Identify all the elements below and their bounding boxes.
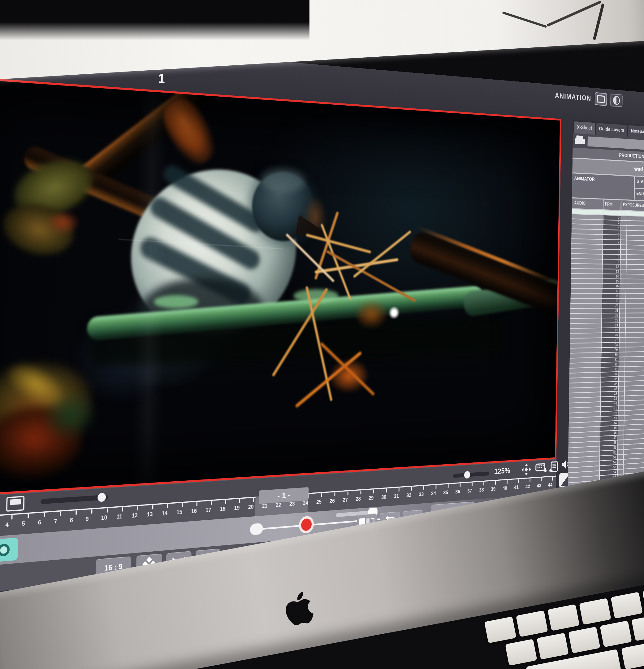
ruler-tick[interactable]: 9 bbox=[84, 509, 100, 529]
exposure-cell bbox=[627, 245, 644, 250]
animator-label[interactable]: ANIMATOR bbox=[572, 173, 635, 200]
ruler-tick[interactable]: 14 bbox=[160, 503, 175, 523]
ruler-tick[interactable]: 12 bbox=[130, 506, 145, 525]
capture-frame-value: 1 bbox=[158, 71, 165, 86]
ruler-tick[interactable]: 28 bbox=[354, 490, 367, 508]
video-camera-icon[interactable] bbox=[0, 538, 18, 563]
exposure-marker-cell bbox=[618, 450, 624, 454]
exposure-cell bbox=[626, 294, 644, 298]
production-value[interactable]: wad bbox=[572, 159, 644, 176]
ruler-tick[interactable]: 27 bbox=[341, 491, 354, 509]
audio-cell bbox=[569, 397, 601, 403]
camera-viewport[interactable] bbox=[0, 76, 561, 497]
xsheet-row[interactable]: 16 bbox=[571, 284, 644, 289]
exposure-marker-cell bbox=[621, 240, 627, 245]
audio-cell bbox=[571, 234, 603, 239]
ruler-tick[interactable]: 30 bbox=[380, 488, 393, 506]
exposure-cell bbox=[626, 318, 644, 323]
ruler-tick[interactable]: 10 bbox=[99, 508, 115, 528]
viewport-zoom-slider[interactable] bbox=[453, 471, 489, 478]
ruler-tick[interactable]: 37 bbox=[466, 482, 478, 499]
xsheet-row[interactable]: 18 bbox=[570, 294, 644, 299]
ruler-tick[interactable]: 35 bbox=[442, 484, 454, 501]
print-icon[interactable] bbox=[575, 136, 585, 146]
mask-opacity-slider[interactable] bbox=[41, 495, 108, 504]
record-button[interactable] bbox=[299, 516, 314, 534]
aspect-mask-filled-icon[interactable] bbox=[6, 496, 25, 512]
exposure-marker-cell bbox=[621, 245, 627, 249]
ruler-tick[interactable]: 6 bbox=[36, 512, 52, 532]
exposure-cell bbox=[626, 347, 644, 352]
ruler-tick[interactable]: 31 bbox=[392, 487, 405, 505]
ruler-tick[interactable]: 11 bbox=[115, 507, 130, 527]
ruler-tick[interactable]: 5 bbox=[20, 513, 36, 533]
ruler-tick[interactable]: 36 bbox=[454, 483, 466, 500]
ruler-tick[interactable]: 25 bbox=[315, 493, 328, 511]
ruler-tick[interactable]: 17 bbox=[204, 500, 219, 520]
exposure-marker-cell bbox=[618, 469, 624, 474]
record-slider-handle[interactable] bbox=[250, 523, 263, 535]
audio-cell bbox=[572, 224, 603, 229]
scene-vignette bbox=[0, 79, 560, 495]
frame-number-cell: 30 bbox=[601, 353, 619, 357]
frame-number-cell: 8 bbox=[603, 245, 621, 249]
audio-cell bbox=[570, 348, 602, 353]
ruler-tick[interactable]: 15 bbox=[175, 502, 190, 522]
exposure-marker-cell bbox=[621, 250, 627, 254]
exposure-marker-cell bbox=[618, 421, 624, 425]
exposure-cell bbox=[626, 332, 644, 337]
start-frame-label[interactable]: START FRAME: bbox=[635, 176, 644, 190]
exposure-marker-cell bbox=[619, 362, 625, 366]
pan-view-icon[interactable] bbox=[521, 463, 532, 476]
ruler-tick[interactable]: 39 bbox=[489, 480, 501, 498]
audio-cell bbox=[571, 239, 603, 244]
ruler-tick-number: 33 bbox=[419, 491, 424, 498]
ruler-tick[interactable]: 40 bbox=[501, 480, 513, 497]
ruler-tick[interactable]: 13 bbox=[145, 504, 160, 524]
ruler-tick[interactable]: 8 bbox=[68, 510, 84, 530]
frame-number-cell: 22 bbox=[602, 313, 620, 318]
xsheet-row[interactable]: 22 bbox=[570, 313, 644, 319]
frame-number-cell: 10 bbox=[603, 255, 621, 259]
exposure-marker-cell bbox=[618, 465, 624, 469]
tab-notepad[interactable]: Notepad bbox=[628, 125, 644, 138]
tab-guide-layers[interactable]: Guide Layers bbox=[596, 123, 627, 137]
frame-number-cell: 24 bbox=[602, 323, 620, 328]
ruler-tick[interactable]: 38 bbox=[478, 481, 490, 499]
exposure-cell bbox=[626, 323, 644, 327]
keyboard-shortcuts-icon[interactable] bbox=[536, 463, 547, 474]
ruler-tick[interactable]: 18 bbox=[218, 499, 233, 518]
tab-xsheet[interactable]: X-Sheet bbox=[574, 122, 596, 135]
ruler-tick-number: 9 bbox=[85, 515, 88, 523]
ruler-tick[interactable]: 34 bbox=[430, 485, 442, 502]
frame-number-cell: 17 bbox=[602, 289, 620, 293]
ruler-tick[interactable]: 7 bbox=[52, 511, 68, 531]
audio-cell bbox=[569, 392, 601, 398]
ruler-tick[interactable]: 29 bbox=[367, 489, 380, 507]
ruler-tick[interactable]: 41 bbox=[513, 479, 525, 496]
ruler-tick-number: 43 bbox=[537, 483, 541, 489]
frame-number-cell: 32 bbox=[601, 362, 619, 367]
exposure-cell bbox=[626, 313, 644, 317]
xsheet-row[interactable]: 21 bbox=[570, 308, 644, 314]
xsheet-row[interactable]: 19 bbox=[570, 299, 644, 304]
xsheet-row[interactable]: 17 bbox=[571, 289, 644, 294]
audio-cell bbox=[569, 378, 601, 383]
frame-number-cell: 45 bbox=[600, 426, 618, 431]
cinematography-workspace-icon[interactable] bbox=[610, 94, 623, 107]
ruler-tick[interactable]: 19 bbox=[232, 498, 247, 517]
exposure-cell bbox=[625, 361, 644, 366]
frame-number-cell: 35 bbox=[601, 377, 619, 382]
xsheet-row[interactable]: 20 bbox=[570, 303, 644, 309]
end-frame-label[interactable]: END FRAME: bbox=[634, 189, 644, 202]
ruler-tick[interactable]: 16 bbox=[189, 501, 204, 521]
ruler-tick[interactable]: 4 bbox=[3, 514, 20, 535]
column-frm: FRM bbox=[603, 199, 621, 210]
ruler-tick[interactable]: 33 bbox=[418, 485, 430, 503]
ruler-tick[interactable]: 32 bbox=[405, 486, 418, 504]
ruler-tick[interactable]: 26 bbox=[328, 492, 341, 510]
animation-workspace-icon[interactable] bbox=[595, 92, 607, 106]
frame-number-cell: 37 bbox=[601, 387, 619, 392]
slider-handle[interactable] bbox=[98, 493, 106, 502]
slider-handle[interactable] bbox=[464, 471, 470, 479]
